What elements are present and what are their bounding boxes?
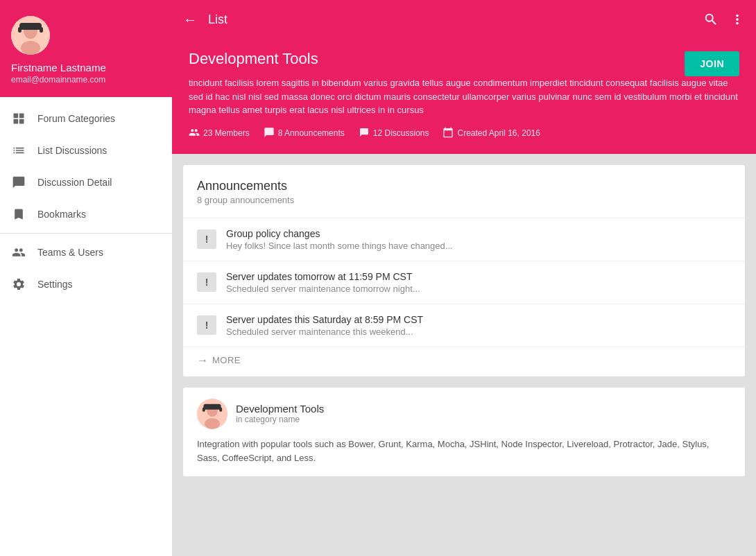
sidebar-email: email@domainname.com [11, 75, 105, 85]
gear-icon [11, 277, 26, 292]
more-label: MORE [212, 355, 241, 365]
announcements-title: Announcements [197, 179, 731, 193]
topbar: ← List [172, 0, 756, 39]
sidebar-username: Firstname Lastname [11, 62, 106, 73]
topbar-icons [703, 12, 745, 27]
svg-rect-2 [21, 41, 40, 55]
chat-icon [11, 175, 26, 190]
avatar [11, 16, 50, 55]
hero-top: Development Tools JOIN [189, 50, 739, 76]
announcements-header: Announcements 8 group announcements [183, 165, 745, 218]
announcement-content: Server updates this Saturday at 8:59 PM … [226, 314, 423, 337]
svg-rect-8 [205, 418, 220, 429]
main-content: ← List Development Tools JOIN tincidunt … [172, 0, 756, 556]
members-icon [189, 127, 200, 140]
meta-announcements: 8 Announcements [264, 127, 345, 140]
hero-title: Development Tools [189, 50, 318, 68]
discussion-category: in category name [236, 415, 324, 424]
sidebar-nav: Forum Categories List Discussions Discus… [0, 97, 172, 556]
sidebar-item-forum-categories[interactable]: Forum Categories [0, 103, 172, 134]
svg-rect-10 [203, 407, 205, 411]
announcement-icon: ! [197, 272, 216, 292]
list-icon [11, 143, 26, 158]
nav-label-teams-users: Teams & Users [37, 247, 103, 258]
discussion-avatar [197, 399, 227, 429]
announcement-title: Server updates tomorrow at 11:59 PM CST [226, 271, 420, 282]
nav-label-settings: Settings [37, 279, 73, 290]
sidebar-header: Firstname Lastname email@domainname.com [0, 0, 172, 97]
join-button[interactable]: JOIN [685, 51, 739, 76]
announcements-card: Announcements 8 group announcements ! Gr… [183, 165, 745, 376]
svg-rect-3 [19, 23, 42, 30]
bookmark-icon [11, 207, 26, 222]
announcements-icon [264, 127, 275, 140]
discussion-header: Development Tools in category name [197, 399, 731, 429]
svg-rect-9 [203, 403, 221, 409]
search-button[interactable] [703, 12, 719, 27]
discussion-card: Development Tools in category name Integ… [183, 388, 745, 476]
discussion-body: Integration with popular tools such as B… [197, 437, 731, 465]
discussion-title: Development Tools [236, 403, 324, 415]
sidebar-item-discussion-detail[interactable]: Discussion Detail [0, 166, 172, 198]
nav-label-list-discussions: List Discussions [37, 145, 107, 156]
more-button[interactable]: → MORE [183, 347, 745, 376]
announcement-item[interactable]: ! Group policy changes Hey folks! Since … [183, 218, 745, 261]
announcement-item[interactable]: ! Server updates this Saturday at 8:59 P… [183, 304, 745, 347]
content-area: Announcements 8 group announcements ! Gr… [172, 154, 756, 557]
sidebar-item-list-discussions[interactable]: List Discussions [0, 134, 172, 166]
topbar-title: List [208, 12, 703, 27]
sidebar-item-bookmarks[interactable]: Bookmarks [0, 198, 172, 230]
announcements-subtitle: 8 group announcements [197, 195, 731, 205]
hero-section: Development Tools JOIN tincidunt facilis… [172, 39, 756, 154]
svg-rect-5 [40, 27, 43, 33]
announcement-icon: ! [197, 315, 216, 335]
svg-rect-4 [18, 27, 22, 33]
sidebar: Firstname Lastname email@domainname.com … [0, 0, 172, 556]
discussions-icon [359, 127, 370, 140]
announcement-content: Group policy changes Hey folks! Since la… [226, 228, 453, 251]
announcement-title: Group policy changes [226, 228, 453, 239]
announcement-item[interactable]: ! Server updates tomorrow at 11:59 PM CS… [183, 261, 745, 304]
members-count: 23 Members [203, 128, 250, 138]
hero-description: tincidunt facilisis lorem sagittis in bi… [189, 76, 739, 117]
sidebar-item-teams-users[interactable]: Teams & Users [0, 236, 172, 268]
sidebar-item-settings[interactable]: Settings [0, 268, 172, 300]
meta-created: Created April 16, 2016 [443, 127, 540, 140]
nav-label-bookmarks: Bookmarks [37, 209, 86, 220]
meta-members: 23 Members [189, 127, 250, 140]
grid-icon [11, 111, 26, 126]
created-date: Created April 16, 2016 [457, 128, 540, 138]
meta-discussions: 12 Discussions [359, 127, 429, 140]
svg-rect-11 [219, 407, 222, 411]
announcement-content: Server updates tomorrow at 11:59 PM CST … [226, 271, 420, 294]
more-arrow-icon: → [197, 354, 208, 367]
announcement-desc: Hey folks! Since last month some things … [226, 241, 453, 251]
announcements-count: 8 Announcements [278, 128, 345, 138]
discussion-info: Development Tools in category name [236, 403, 324, 424]
calendar-icon [443, 127, 454, 140]
announcement-icon: ! [197, 229, 216, 249]
back-button[interactable]: ← [183, 12, 197, 28]
nav-divider [0, 233, 172, 234]
announcement-desc: Scheduled server maintenance this weeken… [226, 327, 423, 337]
person-icon [11, 245, 26, 260]
nav-label-forum-categories: Forum Categories [37, 113, 115, 124]
announcement-desc: Scheduled server maintenance tomorrow ni… [226, 284, 420, 294]
discussions-count: 12 Discussions [373, 128, 429, 138]
more-button[interactable] [730, 12, 745, 27]
nav-label-discussion-detail: Discussion Detail [37, 177, 112, 188]
announcement-title: Server updates this Saturday at 8:59 PM … [226, 314, 423, 325]
hero-meta: 23 Members 8 Announcements 12 Discussion… [189, 127, 739, 140]
